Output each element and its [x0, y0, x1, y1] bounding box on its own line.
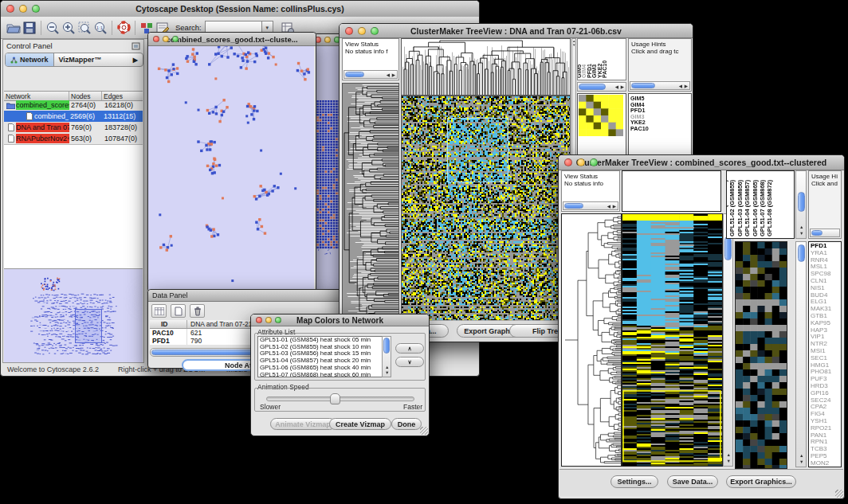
minimize-button[interactable] — [324, 37, 331, 43]
tv1-usage-hscrollbar[interactable]: ◀▶ — [630, 81, 690, 90]
minimize-button[interactable] — [577, 158, 585, 166]
export-graphics-button[interactable]: Export Graphics... — [726, 475, 796, 488]
close-button[interactable] — [345, 27, 353, 35]
tv2-usage-hscrollbar[interactable] — [810, 229, 840, 237]
attribute-list-item[interactable]: GPL51-07 (GSM868) heat shock 60 min — [260, 372, 391, 377]
resize-grip[interactable] — [835, 490, 843, 498]
minimize-button[interactable] — [265, 317, 272, 323]
column-label: GPL51-07 (GSM868) — [760, 180, 766, 236]
animation-speed-slider[interactable] — [330, 393, 340, 404]
tab-overflow-arrow[interactable]: ▶ — [128, 53, 143, 66]
network-overview-canvas[interactable] — [4, 269, 143, 362]
move-down-button[interactable]: ∨ — [395, 357, 424, 367]
zoom-in-icon[interactable] — [61, 20, 77, 36]
network-edges: 13112(15) — [102, 112, 143, 120]
tv1-view-status-panel: View Status No status info f ◀▶ — [342, 38, 399, 80]
control-panel: Control Panel Network VizMapper™ ▶ Netwo… — [2, 39, 144, 363]
move-up-button[interactable]: ∧ — [395, 343, 424, 354]
network-view-titlebar[interactable]: combined_scores_good.txt--cluste... — [148, 33, 316, 46]
tv2-status-hscrollbar[interactable]: ◀▶ — [563, 201, 618, 210]
tv1-column-labels-strip: GIM5GIM4PFD1GIM3YKE2PAC10 — [577, 38, 626, 80]
open-icon[interactable] — [6, 20, 22, 36]
desktop: Cytoscape Desktop (Session Name: collins… — [0, 0, 848, 504]
close-button[interactable] — [153, 36, 159, 42]
tv2-view-status-text: No status info — [564, 180, 603, 187]
settings-button[interactable]: Settings... — [610, 475, 658, 488]
tv1-matrix-hscrollbar[interactable]: ◀▶ — [577, 82, 626, 92]
delete-attribute-icon[interactable] — [190, 304, 205, 318]
network-list-empty-area — [4, 144, 143, 268]
tv1-status-hscrollbar[interactable]: ◀▶ — [344, 70, 398, 79]
tv2-usage-hints-panel: Usage Hi Click and — [808, 170, 842, 239]
treeview2-titlebar[interactable]: ClusterMaker TreeView : combined_scores_… — [559, 155, 844, 170]
attribute-listbox[interactable]: GPL51-01 (GSM854) heat shock 05 minGPL51… — [257, 336, 391, 377]
network-name: RNAPuberNov2+ — [16, 134, 69, 143]
network-view-canvas[interactable] — [148, 46, 314, 291]
zoom-button[interactable] — [275, 317, 281, 323]
zoom-button[interactable] — [590, 158, 598, 166]
animate-vizmap-button[interactable]: Animate Vizmap — [270, 418, 336, 430]
data-panel-titlebar[interactable]: Data Panel — [148, 290, 344, 302]
network-table-row[interactable]: RNAPuberNov2+563(0)107847(0) — [4, 133, 143, 144]
control-panel-tabs: Network VizMapper™ ▶ — [5, 53, 142, 67]
network-table-row[interactable]: combined_scores2764(0)16218(0) — [4, 100, 143, 111]
network-table-row[interactable]: combined_sco2569(6)13112(15) — [4, 111, 143, 122]
tab-vizmapper[interactable]: VizMapper™ — [54, 53, 107, 66]
tv2-usage-hints-title: Usage Hi — [811, 173, 838, 180]
tv2-view-status-title: View Status — [564, 173, 598, 180]
network-name: combined_sco — [34, 111, 69, 121]
network-overview-panel — [4, 268, 143, 363]
gene-label: MON2 — [811, 460, 841, 467]
data-panel-title: Data Panel — [152, 291, 188, 299]
main-titlebar[interactable]: Cytoscape Desktop (Session Name: collins… — [1, 1, 479, 18]
row-label: PAC10 — [630, 126, 691, 132]
minimize-button[interactable] — [163, 36, 169, 42]
attribute-select-icon[interactable] — [151, 304, 167, 318]
tv2-zoom-heatmap[interactable] — [735, 241, 787, 469]
save-data-button[interactable]: Save Data... — [667, 475, 718, 488]
resize-grip[interactable] — [420, 427, 428, 435]
dialog-titlebar[interactable]: Map Colors to Network — [251, 315, 429, 326]
tv2-column-dendrogram-area[interactable] — [622, 170, 721, 212]
doc-icon — [6, 123, 16, 131]
treeview1-titlebar[interactable]: ClusterMaker TreeView : DNA and Tran 07-… — [340, 24, 693, 38]
network-edges: 16218(0) — [103, 101, 144, 109]
column-label: PAC10 — [602, 61, 608, 78]
zoom-button[interactable] — [371, 27, 379, 35]
attribute-list-vscrollbar[interactable]: ▲▼ — [382, 336, 391, 377]
float-panel-icon[interactable] — [132, 42, 140, 50]
tv2-row-dendrogram[interactable] — [561, 213, 622, 467]
tv2-zoom-vscrollbar[interactable]: ▲▼ — [795, 241, 807, 467]
close-button[interactable] — [256, 317, 262, 323]
network-view-title: combined_scores_good.txt--cluste... — [166, 35, 297, 44]
done-button[interactable]: Done — [391, 418, 422, 430]
new-attribute-icon[interactable] — [171, 304, 186, 318]
zoom-selected-icon[interactable] — [77, 20, 92, 36]
tv1-view-status-title: View Status — [345, 41, 379, 48]
zoom-out-icon[interactable] — [45, 20, 61, 36]
tv2-labels-vscrollbar[interactable]: ▲▼ — [795, 170, 807, 239]
save-icon[interactable] — [22, 20, 37, 36]
close-button[interactable] — [6, 5, 14, 13]
close-button[interactable] — [564, 158, 572, 166]
minimize-button[interactable] — [358, 27, 366, 35]
tv1-cluster-matrix[interactable] — [579, 95, 623, 136]
minimize-button[interactable] — [19, 5, 27, 13]
zoom-button[interactable] — [172, 36, 179, 42]
network-nodes: 2764(0) — [69, 101, 103, 109]
slower-label: Slower — [260, 403, 281, 411]
tv1-row-dendrogram[interactable] — [342, 83, 399, 322]
network-table-row[interactable]: DNA and Tran 07769(0)183728(0) — [4, 122, 143, 133]
svg-text:1:1: 1:1 — [96, 25, 104, 29]
help-icon[interactable] — [116, 20, 132, 36]
create-vizmap-button[interactable]: Create Vizmap — [329, 418, 391, 430]
tv1-column-dendrogram[interactable] — [401, 38, 571, 96]
tab-network[interactable]: Network — [6, 53, 54, 66]
tv1-heatmap[interactable] — [401, 96, 571, 322]
zoom-button[interactable] — [32, 5, 40, 13]
animation-speed-track[interactable] — [266, 397, 414, 401]
tv2-global-heatmap[interactable] — [622, 213, 723, 467]
faster-label: Faster — [403, 403, 422, 411]
tv2-global-vscrollbar[interactable]: ▲▼ — [723, 213, 733, 467]
zoom-fit-icon[interactable]: 1:1 — [92, 20, 108, 36]
